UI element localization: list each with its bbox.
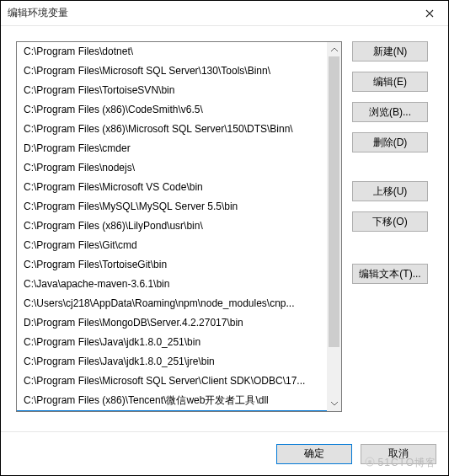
client-area: C:\Program Files\dotnet\C:\Program Files… <box>1 26 448 412</box>
list-item[interactable]: C:\Program Files\Microsoft SQL Server\Cl… <box>17 372 341 391</box>
list-item[interactable]: C:\Program Files\7-Zip <box>17 410 341 411</box>
path-listbox[interactable]: C:\Program Files\dotnet\C:\Program Files… <box>16 41 342 412</box>
scroll-down-button[interactable] <box>327 397 341 411</box>
move-down-button[interactable]: 下移(O) <box>352 211 428 232</box>
listbox-wrap: C:\Program Files\dotnet\C:\Program Files… <box>16 41 342 412</box>
delete-button[interactable]: 删除(D) <box>352 132 428 152</box>
close-button[interactable] <box>411 1 448 26</box>
list-item[interactable]: C:\Program Files (x86)\LilyPond\usr\bin\ <box>17 217 341 236</box>
scroll-track[interactable] <box>327 56 341 397</box>
list-item[interactable]: C:\Program Files\Java\jdk1.8.0_251\bin <box>17 333 341 352</box>
list-item[interactable]: C:\Program Files\TortoiseGit\bin <box>17 255 341 275</box>
list-item[interactable]: C:\Program Files\MySQL\MySQL Server 5.5\… <box>17 197 341 217</box>
list-item[interactable]: D:\Program Files\MongoDB\Server.4.2.2701… <box>17 313 341 333</box>
scroll-thumb[interactable] <box>329 56 339 347</box>
list-item[interactable]: D:\Program Files\cmder <box>17 139 341 158</box>
list-item[interactable]: C:\Java\apache-maven-3.6.1\bin <box>17 275 341 294</box>
browse-button[interactable]: 浏览(B)... <box>352 102 428 122</box>
list-item[interactable]: C:\Program Files (x86)\CodeSmith\v6.5\ <box>17 100 341 120</box>
window-title: 编辑环境变量 <box>8 6 411 20</box>
list-item[interactable]: C:\Program Files\dotnet\ <box>17 42 341 62</box>
list-item[interactable]: C:\Program Files\nodejs\ <box>17 158 341 178</box>
list-item[interactable]: C:\Program Files\Git\cmd <box>17 236 341 255</box>
list-item[interactable]: C:\Program Files\Microsoft SQL Server\13… <box>17 62 341 81</box>
cancel-button[interactable]: 取消 <box>361 444 436 464</box>
new-button[interactable]: 新建(N) <box>352 41 428 62</box>
list-item[interactable]: C:\Program Files\Microsoft VS Code\bin <box>17 178 341 197</box>
list-item[interactable]: C:\Program Files (x86)\Microsoft SQL Ser… <box>17 120 341 139</box>
list-item[interactable]: C:\Users\cj218\AppData\Roaming\npm\node_… <box>17 294 341 313</box>
edit-button[interactable]: 编辑(E) <box>352 72 428 92</box>
footer: 确定 取消 <box>1 431 448 475</box>
move-up-button[interactable]: 上移(U) <box>352 181 428 201</box>
scroll-up-button[interactable] <box>327 42 341 56</box>
chevron-up-icon <box>331 47 338 51</box>
ok-button[interactable]: 确定 <box>276 444 352 464</box>
list-item[interactable]: C:\Program Files\Java\jdk1.8.0_251\jre\b… <box>17 352 341 372</box>
chevron-down-icon <box>331 402 338 406</box>
side-buttons: 新建(N) 编辑(E) 浏览(B)... 删除(D) 上移(U) 下移(O) 编… <box>352 41 436 412</box>
list-item[interactable]: C:\Program Files (x86)\Tencent\微信web开发者工… <box>17 391 341 410</box>
list-item[interactable]: C:\Program Files\TortoiseSVN\bin <box>17 81 341 100</box>
close-icon <box>425 9 434 18</box>
titlebar: 编辑环境变量 <box>1 1 448 26</box>
scrollbar[interactable] <box>327 42 341 411</box>
edit-text-button[interactable]: 编辑文本(T)... <box>352 264 428 284</box>
